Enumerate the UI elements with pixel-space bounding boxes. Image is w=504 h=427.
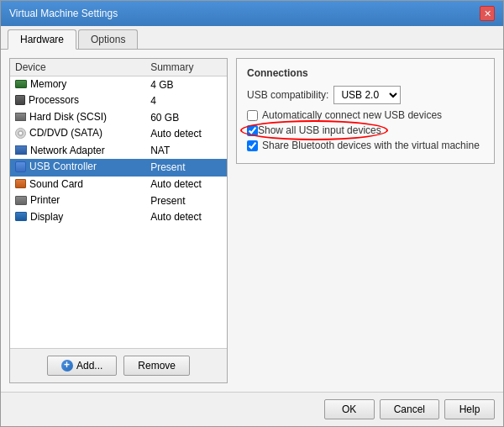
usb-compat-select[interactable]: USB 1.1 USB 2.0 USB 3.0 [333,86,401,104]
auto-connect-row: Automatically connect new USB devices [247,109,484,121]
display-icon [15,212,27,221]
table-row[interactable]: PrinterPresent [10,192,227,209]
table-row[interactable]: DisplayAuto detect [10,209,227,226]
remove-button[interactable]: Remove [123,356,190,376]
auto-connect-checkbox[interactable] [247,110,258,121]
share-bt-checkbox[interactable] [247,140,258,151]
device-table: Device Summary Memory4 GB Processors4 Ha… [10,59,227,348]
usb-compat-label: USB compatibility: [247,89,328,101]
summary-cell: Present [145,159,227,177]
add-label: Add... [76,360,102,372]
summary-cell: 60 GB [145,109,227,125]
title-bar: Virtual Machine Settings ✕ [1,1,503,26]
disk-icon [15,113,26,121]
printer-icon [15,196,27,205]
device-actions: Add... Remove [10,348,227,382]
device-cell: Memory [10,76,145,93]
network-icon [15,145,27,155]
share-bt-row: Share Bluetooth devices with the virtual… [247,140,484,151]
virtual-machine-settings-window: Virtual Machine Settings ✕ Hardware Opti… [0,0,504,427]
sound-icon [15,179,26,188]
window-title: Virtual Machine Settings [9,8,118,19]
tab-options[interactable]: Options [78,29,138,49]
device-cell: USB Controller [10,159,145,177]
close-button[interactable]: ✕ [480,6,495,21]
device-cell: Sound Card [10,177,145,193]
col-summary: Summary [145,59,227,76]
table-row[interactable]: Processors4 [10,92,227,109]
cancel-button[interactable]: Cancel [380,399,439,419]
auto-connect-label: Automatically connect new USB devices [262,109,442,121]
device-cell: CD/DVD (SATA) [10,125,145,143]
ok-button[interactable]: OK [324,399,375,419]
cpu-icon [15,95,25,105]
tab-bar: Hardware Options [1,26,503,50]
show-all-label: Show all USB input devices [258,124,381,136]
dialog-footer: OK Cancel Help [1,392,503,426]
device-list-panel: Device Summary Memory4 GB Processors4 Ha… [9,58,228,383]
usb-compat-row: USB compatibility: USB 1.1 USB 2.0 USB 3… [247,86,484,104]
table-row[interactable]: Memory4 GB [10,76,227,93]
summary-cell: 4 [145,92,227,109]
usb-icon [15,161,26,172]
add-button[interactable]: Add... [47,356,117,376]
help-button[interactable]: Help [444,399,495,419]
add-icon [61,360,73,372]
cd-icon [15,128,26,139]
table-row[interactable]: Hard Disk (SCSI)60 GB [10,109,227,125]
tab-hardware[interactable]: Hardware [8,29,76,50]
summary-cell: Auto detect [145,177,227,193]
device-cell: Processors [10,92,145,109]
table-row[interactable]: CD/DVD (SATA)Auto detect [10,125,227,143]
table-row[interactable]: USB ControllerPresent [10,159,227,177]
remove-label: Remove [138,360,176,372]
table-row[interactable]: Network AdapterNAT [10,143,227,160]
device-cell: Network Adapter [10,143,145,160]
summary-cell: 4 GB [145,76,227,93]
device-cell: Printer [10,192,145,209]
device-cell: Display [10,209,145,226]
col-device: Device [10,59,145,76]
show-all-checkbox[interactable] [247,125,258,136]
table-row[interactable]: Sound CardAuto detect [10,177,227,193]
show-all-highlight: Show all USB input devices [247,124,381,136]
connections-group: Connections USB compatibility: USB 1.1 U… [236,58,495,164]
chip-icon [15,80,27,88]
main-content: Device Summary Memory4 GB Processors4 Ha… [1,50,503,392]
right-panel: Connections USB compatibility: USB 1.1 U… [236,58,495,383]
share-bt-label: Share Bluetooth devices with the virtual… [262,140,480,151]
device-cell: Hard Disk (SCSI) [10,109,145,125]
summary-cell: Auto detect [145,125,227,143]
summary-cell: NAT [145,143,227,160]
summary-cell: Auto detect [145,209,227,226]
connections-title: Connections [247,67,484,79]
summary-cell: Present [145,192,227,209]
show-all-row: Show all USB input devices [247,124,484,136]
